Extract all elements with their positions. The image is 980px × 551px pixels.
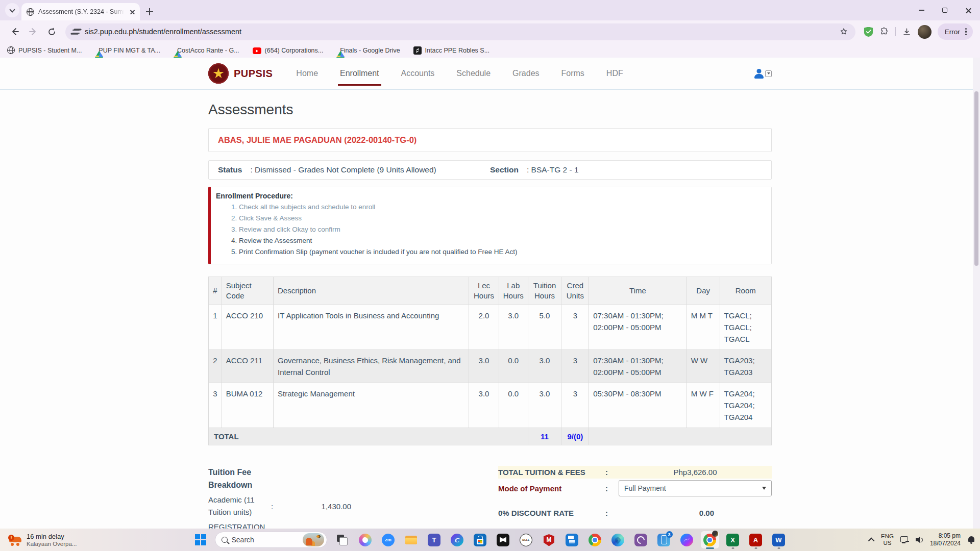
- clock[interactable]: 8:05 pm 18/07/2024: [930, 532, 961, 547]
- col-description: Description: [274, 277, 469, 305]
- nav-item-accounts[interactable]: Accounts: [401, 58, 435, 90]
- maximize-button[interactable]: [933, 0, 957, 20]
- browser-tab[interactable]: Assessment (S.Y. 2324 - Summe: [21, 3, 140, 20]
- close-button[interactable]: [957, 0, 980, 20]
- bookmark-intacc[interactable]: Intacc PPE Robles S...: [413, 46, 489, 55]
- ms-store-icon[interactable]: [473, 531, 488, 549]
- procedure-step: 4. Review the Assessment: [231, 235, 764, 246]
- acrobat-icon[interactable]: A: [748, 531, 764, 549]
- total-label: TOTAL: [209, 428, 528, 445]
- taskbar-search[interactable]: Search: [215, 532, 327, 548]
- procedure-title: Enrollment Procedure:: [216, 192, 764, 200]
- nav-item-home[interactable]: Home: [296, 58, 318, 90]
- window-controls: [910, 0, 980, 20]
- tray-chevron-up-icon[interactable]: [868, 537, 875, 544]
- url-text[interactable]: sis2.pup.edu.ph/student/enrollment/asses…: [85, 28, 834, 36]
- enrollment-procedure-card: Enrollment Procedure: 1. Check all the s…: [208, 187, 772, 264]
- profile-avatar[interactable]: [918, 25, 932, 39]
- nav-item-schedule[interactable]: Schedule: [456, 58, 491, 90]
- forward-button[interactable]: [26, 24, 41, 39]
- running-indicator: [731, 547, 734, 549]
- total-tuition-fees-label: TOTAL TUITION & FEES: [498, 468, 605, 477]
- address-bar[interactable]: sis2.pup.edu.ph/student/enrollment/asses…: [65, 23, 855, 40]
- zoom-app-icon[interactable]: zm: [381, 531, 396, 549]
- back-button[interactable]: [7, 24, 22, 39]
- bookmark-star-icon[interactable]: [839, 27, 848, 36]
- chrome-icon[interactable]: [587, 531, 603, 549]
- minimize-button[interactable]: [910, 0, 933, 20]
- subjects-table: # Subject Code Description Lec Hours Lab…: [208, 277, 772, 445]
- task-view-icon[interactable]: [335, 531, 350, 549]
- tab-search-button[interactable]: [5, 3, 19, 17]
- dell-icon[interactable]: DELL: [519, 531, 534, 549]
- section-value: : BSA-TG 2 - 1: [527, 165, 579, 174]
- viber-icon[interactable]: [633, 531, 649, 549]
- taskbar: ! 16 min delay Kalayaan Overpa... Search…: [0, 529, 980, 551]
- tray-date: 18/07/2024: [930, 540, 961, 547]
- reload-button[interactable]: [44, 24, 59, 39]
- start-button[interactable]: [194, 533, 207, 546]
- nav-menu: Home Enrollment Accounts Schedule Grades…: [296, 58, 623, 90]
- bookmark-finals[interactable]: Finals - Google Drive: [336, 47, 400, 54]
- language-indicator[interactable]: ENG US: [881, 533, 894, 546]
- nav-item-forms[interactable]: Forms: [561, 58, 584, 90]
- total-cred-units: 9/(0): [561, 428, 589, 445]
- pup-logo[interactable]: [208, 63, 229, 84]
- brand-name[interactable]: PUPSIS: [234, 68, 273, 80]
- profile-badge: [712, 531, 718, 537]
- downloads-icon[interactable]: [902, 27, 912, 37]
- widgets-button[interactable]: ! 16 min delay Kalayaan Overpa...: [4, 529, 81, 551]
- browser-menu-button[interactable]: Error: [938, 23, 973, 40]
- error-badge: Error: [945, 28, 960, 36]
- fee-item-academic: Academic (11 Tuition units) : 1,430.00: [208, 494, 361, 518]
- search-placeholder: Search: [232, 536, 299, 544]
- extensions-puzzle-icon[interactable]: [879, 27, 889, 37]
- notifications-bell-icon[interactable]: [967, 536, 975, 544]
- nav-item-enrollment[interactable]: Enrollment: [340, 58, 379, 90]
- page-title: Assessments: [208, 102, 772, 118]
- copilot-icon[interactable]: [358, 531, 373, 549]
- network-icon[interactable]: [900, 536, 909, 543]
- section-label: Section: [490, 165, 519, 174]
- col-time: Time: [589, 277, 687, 305]
- canva-icon[interactable]: C: [450, 531, 465, 549]
- bookmark-costacco[interactable]: CostAcco Rante - G...: [174, 47, 239, 54]
- chrome-active-icon[interactable]: [702, 531, 718, 549]
- discount-rate-label: 0% DISCOUNT RATE: [498, 509, 605, 517]
- student-name: ABAS, JULIE MAE PAGADUAN (2022-00140-TG-…: [218, 135, 762, 145]
- bookmark-pupsis[interactable]: PUPSIS - Student M...: [7, 46, 82, 54]
- adguard-shield-icon[interactable]: [864, 27, 873, 37]
- mcafee-icon[interactable]: M: [542, 531, 557, 549]
- tab-favicon-globe-icon: [27, 8, 34, 16]
- excel-icon[interactable]: X: [725, 531, 741, 549]
- phone-link-icon[interactable]: 3: [656, 531, 672, 549]
- traffic-car-icon: !: [8, 534, 22, 546]
- toolbar-divider: [895, 27, 896, 36]
- col-subject-code: Subject Code: [222, 277, 273, 305]
- word-icon[interactable]: W: [771, 531, 787, 549]
- col-lec-hours: Lec Hours: [469, 277, 499, 305]
- tab-close-icon[interactable]: [130, 10, 135, 14]
- page-scrollbar[interactable]: [973, 58, 980, 529]
- search-daily-image[interactable]: [303, 533, 324, 546]
- bookmark-pup-fin[interactable]: PUP FIN MGT & TA...: [95, 47, 160, 54]
- reload-icon: [47, 28, 56, 36]
- taskbar-icons: zmTCDELLM3XAW: [335, 531, 787, 549]
- kebab-menu-icon[interactable]: [965, 28, 968, 36]
- nav-item-hdf[interactable]: HDF: [606, 58, 623, 90]
- speaker-icon[interactable]: [916, 536, 923, 543]
- site-settings-icon[interactable]: [72, 29, 80, 35]
- capcut-icon[interactable]: [496, 531, 511, 549]
- nav-item-grades[interactable]: Grades: [512, 58, 539, 90]
- file-explorer-icon[interactable]: [404, 531, 419, 549]
- bookmark-corporations[interactable]: (654) Corporations...: [253, 47, 324, 54]
- star-icon: [213, 68, 224, 79]
- edge-icon[interactable]: [610, 531, 626, 549]
- scrollbar-thumb[interactable]: [974, 91, 978, 266]
- user-menu[interactable]: [754, 68, 772, 79]
- teams-icon[interactable]: T: [427, 531, 442, 549]
- print-app-icon[interactable]: [565, 531, 580, 549]
- new-tab-button[interactable]: [146, 8, 153, 15]
- messenger-icon[interactable]: [679, 531, 695, 549]
- mode-of-payment-select[interactable]: Full Payment: [619, 480, 772, 496]
